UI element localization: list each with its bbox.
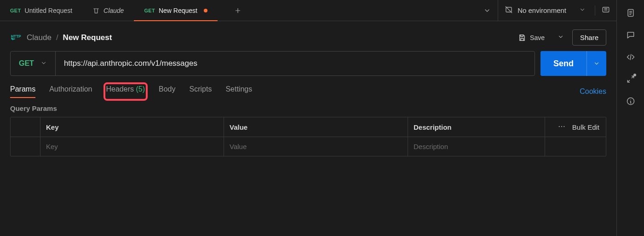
method-select[interactable]: GET [11, 52, 56, 75]
send-dropdown[interactable] [586, 51, 606, 76]
param-value-input[interactable] [230, 143, 402, 150]
tab-claude-collection[interactable]: Claude [82, 0, 134, 21]
save-button[interactable]: Save [513, 31, 549, 45]
subtab-settings[interactable]: Settings [225, 85, 252, 98]
method-badge: GET [144, 8, 155, 13]
param-key-input[interactable] [46, 143, 218, 150]
method-label: GET [19, 59, 34, 68]
subtab-headers[interactable]: Headers (5) [106, 85, 145, 98]
subtab-label: Headers [106, 85, 134, 93]
subtab-label: Params [10, 85, 35, 93]
breadcrumb-separator: / [56, 33, 58, 42]
save-label: Save [530, 34, 545, 41]
column-header-description: Description [408, 117, 545, 137]
tab-label: Untitled Request [25, 7, 73, 14]
save-dropdown[interactable] [554, 31, 568, 44]
svg-point-4 [561, 126, 562, 127]
subtab-label: Authorization [49, 85, 92, 93]
param-description-input[interactable] [414, 143, 539, 150]
tab-untitled-request[interactable]: GET Untitled Request [0, 0, 82, 21]
tab-label: New Request [159, 7, 197, 14]
unsaved-indicator [204, 9, 207, 12]
cookies-link[interactable]: Cookies [580, 87, 606, 96]
column-header-value: Value [224, 117, 408, 137]
breadcrumb-collection[interactable]: Claude [27, 33, 52, 42]
svg-point-3 [558, 126, 559, 127]
send-button[interactable]: Send [540, 51, 586, 76]
http-icon: HTTP [10, 32, 22, 43]
subtab-body[interactable]: Body [159, 85, 175, 98]
expand-icon[interactable] [626, 75, 635, 84]
params-table: Key Value Description Bulk Edit [10, 117, 606, 156]
columns-more-icon[interactable] [558, 122, 566, 132]
breadcrumb: HTTP Claude / New Request [10, 32, 112, 43]
chevron-down-icon [40, 60, 47, 68]
environment-label[interactable]: No environment [518, 6, 566, 14]
tabs-overflow-button[interactable] [476, 0, 498, 21]
comments-icon[interactable] [626, 30, 635, 40]
bulk-edit-button[interactable]: Bulk Edit [572, 123, 599, 131]
subtab-authorization[interactable]: Authorization [49, 85, 92, 98]
subtab-params[interactable]: Params [10, 85, 35, 98]
right-context-rail [616, 0, 644, 236]
environment-dropdown[interactable] [579, 6, 586, 14]
tab-new-request[interactable]: GET New Request [134, 0, 218, 21]
url-input[interactable] [56, 52, 535, 75]
subtab-label: Scripts [189, 85, 212, 93]
info-icon[interactable] [626, 97, 635, 106]
request-subtabs: Params Authorization Headers (5) Body Sc… [10, 85, 252, 98]
breadcrumb-current: New Request [63, 33, 112, 42]
tab-label: Claude [104, 7, 124, 14]
query-params-title: Query Params [0, 98, 616, 117]
tab-bar: GET Untitled Request Claude GET New Requ… [0, 0, 616, 21]
subtab-scripts[interactable]: Scripts [189, 85, 212, 98]
subtab-label: Body [159, 85, 175, 93]
new-tab-button[interactable] [229, 0, 247, 21]
subtab-label: Settings [225, 85, 252, 93]
no-environment-icon [505, 6, 513, 15]
svg-rect-1 [603, 7, 609, 12]
environment-quicklook-button[interactable] [602, 6, 610, 15]
column-header-key: Key [40, 117, 224, 137]
code-icon[interactable] [626, 52, 635, 62]
table-row [11, 137, 606, 156]
subtab-count: (5) [136, 85, 145, 93]
method-badge: GET [10, 8, 21, 13]
collection-icon [92, 7, 100, 14]
documentation-icon[interactable] [626, 8, 635, 17]
svg-point-5 [564, 126, 564, 127]
share-button[interactable]: Share [572, 29, 606, 46]
